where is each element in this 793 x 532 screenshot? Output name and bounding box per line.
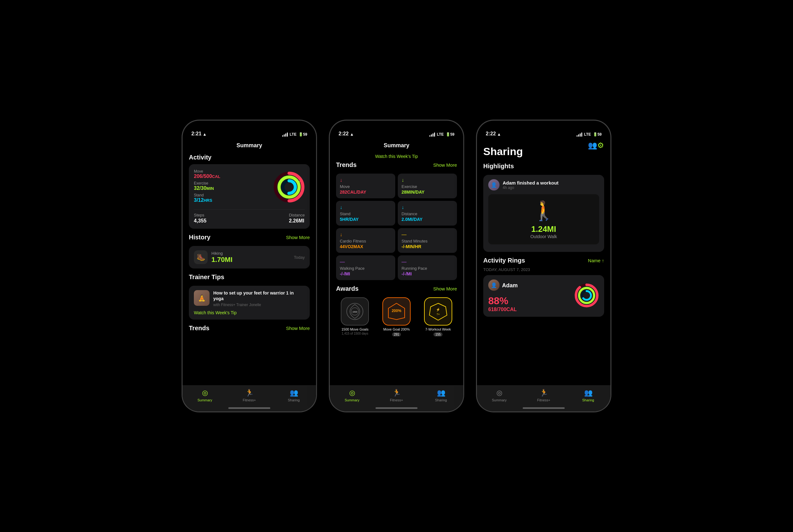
person-pct: 88% [488, 295, 518, 307]
trend-stand-val: 5HR/DAY [340, 217, 391, 222]
distance-label: Distance [289, 213, 305, 217]
award-200[interactable]: 200% Move Goal 200% 291 [378, 297, 415, 337]
svg-text:7×: 7× [437, 313, 440, 316]
svg-text:➤: ➤ [298, 180, 301, 183]
tab-sharing-3[interactable]: 👥 Sharing [576, 389, 601, 402]
history-date: Today [294, 255, 305, 260]
highlight-time: 4h ago [503, 186, 558, 190]
awards-title: Awards [336, 285, 359, 292]
trends-hint-show-more[interactable]: Show More [286, 325, 310, 331]
trend-stand-min-name: Stand Minutes [402, 239, 453, 244]
award-7workout[interactable]: ⚡ 7× 7-Workout Week 155 [419, 297, 457, 337]
network-3: LTE [584, 132, 591, 137]
activity-rings-svg: ➤ ➤ [273, 171, 305, 203]
trend-distance[interactable]: ↓ Distance 2.0MI/DAY [398, 201, 457, 226]
signal-bars-1 [282, 133, 288, 137]
trend-walk-pace[interactable]: — Walking Pace -/-/MI [336, 255, 395, 280]
distance-value: 2.26MI [289, 218, 305, 224]
fitness-tab-icon-1: 🏃 [245, 389, 254, 397]
activity-card: Move 206/500CAL Exercise 32/30MIN Stand … [189, 164, 310, 229]
trend-stand-icon: ↓ [340, 205, 391, 210]
svg-text:⚡: ⚡ [436, 307, 440, 312]
person-ring-card[interactable]: 👤 Adam 88% 618/700CAL [483, 275, 604, 317]
trend-run-val: -/-/MI [402, 271, 453, 276]
time-2: 2:22 [339, 131, 349, 137]
trend-exercise[interactable]: ↓ Exercise 28MIN/DAY [398, 174, 457, 198]
history-item-value: 1.70MI [211, 256, 232, 264]
signal-bar-4 [287, 133, 288, 137]
trend-stand-name: Stand [340, 211, 391, 216]
move-label: Move [194, 169, 268, 174]
sharing-tab-label-3: Sharing [582, 398, 594, 402]
network-2: LTE [437, 132, 444, 137]
move-value: 206/500 [194, 174, 212, 179]
tab-summary-2[interactable]: ◎ Summary [340, 389, 365, 402]
signal-bars-3 [577, 133, 582, 137]
fitness-tab-label-2: Fitness+ [390, 398, 403, 402]
highlights-header: Highlights [483, 163, 604, 170]
location-icon-1: ▲ [202, 132, 207, 137]
trend-stand-min[interactable]: — Stand Minutes -/-MIN/HR [398, 228, 457, 253]
sharing-tab-icon-3: 👥 [584, 389, 593, 397]
activity-title: Activity [189, 154, 211, 161]
highlight-card[interactable]: 👤 Adam finished a workout 4h ago 🚶 1.24M… [483, 175, 604, 252]
tip-link[interactable]: Watch this Week's Tip [194, 310, 305, 315]
awards-show-more[interactable]: Show More [433, 286, 457, 291]
trend-stand[interactable]: ↓ Stand 5HR/DAY [336, 201, 395, 226]
trend-stand-min-val: -/-MIN/HR [402, 244, 453, 249]
screen-content-1: Summary Activity Move 206/500CAL Exercis… [182, 139, 316, 385]
tab-fitness-2[interactable]: 🏃 Fitness+ [384, 389, 409, 402]
trainer-tips-header: Trainer Tips [189, 273, 310, 281]
person-name: Adam [502, 282, 518, 289]
stand-label: Stand [194, 193, 268, 197]
signal-bars-2 [429, 133, 435, 137]
exercise-label: Exercise [194, 181, 268, 186]
tab-sharing-1[interactable]: 👥 Sharing [281, 389, 306, 402]
tips-card[interactable]: 🧘 How to set up your feet for warrior 1 … [189, 286, 310, 320]
signal-bar-2 [284, 134, 285, 137]
time-3: 2:22 [486, 131, 496, 137]
trend-exercise-icon: ↓ [402, 177, 453, 183]
tip-text: How to set up your feet for warrior 1 in… [213, 290, 305, 307]
tab-summary-1[interactable]: ◎ Summary [192, 389, 217, 402]
trend-move[interactable]: ↓ Move 282CAL/DAY [336, 174, 395, 198]
trend-run-pace[interactable]: — Running Pace -/-/MI [398, 255, 457, 280]
fitness-tab-icon-2: 🏃 [392, 389, 401, 397]
location-icon-3: ▲ [497, 132, 501, 137]
history-info: Hiking 1.70MI [211, 251, 232, 264]
awards-grid: 1500 1500 Move Goals 1,415 of 1500 days … [336, 297, 457, 337]
history-card[interactable]: 🥾 Hiking 1.70MI Today [189, 246, 310, 268]
activity-rings-header: Activity Rings Name ↑ [483, 257, 604, 264]
summary-tab-icon-1: ◎ [202, 389, 208, 397]
highlight-user-info: Adam finished a workout 4h ago [503, 180, 558, 190]
sharing-page-title: Sharing [483, 139, 604, 163]
tip-title: How to set up your feet for warrior 1 in… [213, 290, 305, 301]
sharing-tab-icon-2: 👥 [437, 389, 445, 397]
trainer-tips-title: Trainer Tips [189, 273, 224, 281]
tab-fitness-1[interactable]: 🏃 Fitness+ [237, 389, 262, 402]
scroll-hint: Watch this Week's Tip [336, 154, 457, 162]
tab-fitness-3[interactable]: 🏃 Fitness+ [531, 389, 556, 402]
trend-cardio[interactable]: ↓ Cardio Fitness 44VO2MAX [336, 228, 395, 253]
screen-content-2: Summary Watch this Week's Tip Trends Sho… [330, 139, 463, 385]
ring-stats: Move 206/500CAL Exercise 32/30MIN Stand … [194, 169, 268, 205]
award-1500-badge: 1500 [341, 297, 369, 325]
summary-tab-label-3: Summary [492, 398, 506, 402]
trends-show-more-2[interactable]: Show More [433, 162, 457, 168]
tab-sharing-2[interactable]: 👥 Sharing [428, 389, 453, 402]
summary-tab-label-2: Summary [345, 398, 359, 402]
trend-move-icon: ↓ [340, 177, 391, 183]
steps-label: Steps [194, 213, 207, 217]
location-icon-2: ▲ [350, 132, 354, 137]
sharing-tab-icon-1: 👥 [290, 389, 298, 397]
history-show-more[interactable]: Show More [286, 235, 310, 240]
trend-cardio-icon: ↓ [340, 232, 391, 238]
award-1500[interactable]: 1500 1500 Move Goals 1,415 of 1500 days [336, 297, 374, 337]
rings-date: TODAY, AUGUST 7, 2023 [483, 267, 604, 272]
status-right-3: LTE 🔋59 [577, 132, 602, 137]
dynamic-island-2 [377, 125, 416, 137]
award-7workout-badge: ⚡ 7× [424, 297, 452, 325]
activity-rings-sort[interactable]: Name ↑ [588, 258, 604, 263]
tab-summary-3[interactable]: ◎ Summary [487, 389, 512, 402]
battery-1: 🔋59 [298, 132, 307, 137]
